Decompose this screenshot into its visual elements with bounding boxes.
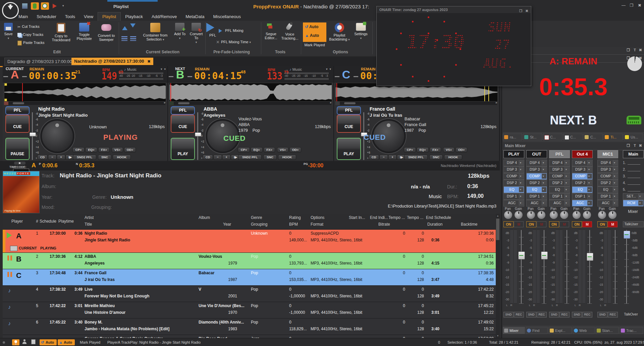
tab-cards-1[interactable]: C... xyxy=(543,133,562,140)
settings-button[interactable]: Settings▾ xyxy=(352,22,370,40)
snd2pfl-button[interactable]: SND2 PFL xyxy=(404,155,428,160)
dsp4-button[interactable]: DSP 4 xyxy=(572,160,593,166)
minus-button[interactable]: − xyxy=(48,155,57,160)
col-startin[interactable]: Start In... xyxy=(349,215,365,220)
channel-on-button[interactable]: ON xyxy=(526,221,536,227)
dropdown-icon[interactable] xyxy=(565,174,569,179)
eq-button[interactable]: EQ» xyxy=(251,147,263,153)
tab-playlist[interactable]: Playlist xyxy=(98,12,121,21)
dsp4-button[interactable]: DSP 4 xyxy=(526,160,547,166)
cd-button[interactable]: CD xyxy=(203,155,213,160)
dropdown-icon[interactable] xyxy=(519,194,524,199)
col-rating[interactable]: Rating xyxy=(289,215,301,220)
channel-on-button[interactable]: ON xyxy=(503,221,514,227)
toggle-playstate-button[interactable]: Toggle Playstate xyxy=(74,22,94,41)
table-row[interactable]: ♪ 4 17:38:32 3:49 Live Forever May Not B… xyxy=(3,286,496,302)
talkuser-button[interactable]: TalkUser xyxy=(623,221,644,227)
cp-button[interactable]: CP» xyxy=(238,147,250,153)
pan-knob[interactable] xyxy=(527,211,535,219)
channel-header[interactable]: PFL xyxy=(549,150,570,158)
move-up-button[interactable] xyxy=(122,23,127,31)
waveform-scrollbar[interactable] xyxy=(4,102,165,105)
dropdown-icon[interactable] xyxy=(587,160,592,165)
tab-metadata[interactable]: MetaData xyxy=(181,12,209,21)
eq-button[interactable]: EQ xyxy=(597,186,618,193)
caret-icon[interactable]: ▾ xyxy=(161,67,162,71)
dsp1-button[interactable]: DSP 1 xyxy=(526,193,547,200)
remove-list-button[interactable] xyxy=(121,36,127,42)
table-row[interactable]: C 3 17:34:48 3:44 France Gall J irai Où … xyxy=(3,269,496,286)
segue-editor-button[interactable]: Segue Editor... xyxy=(262,22,280,40)
dropdown-icon[interactable] xyxy=(613,174,618,179)
scroll-thumb[interactable] xyxy=(178,102,190,104)
pfl-button[interactable]: PFL xyxy=(171,106,195,115)
pan-knob[interactable] xyxy=(504,211,512,219)
caret-icon[interactable]: ▾ xyxy=(326,67,328,71)
dropdown-icon[interactable] xyxy=(542,187,546,192)
auto-segue-button[interactable]: ↺ Auto xyxy=(305,24,318,29)
comp-button[interactable]: COMP xyxy=(526,173,547,180)
playlist-backtiming-button[interactable]: Playlist Backtiming ▾ xyxy=(329,22,350,41)
dsp3-button[interactable]: DSP 3 xyxy=(503,166,524,173)
dropdown-icon[interactable] xyxy=(542,174,546,179)
voice-tracking-button[interactable]: Voice Tracking... xyxy=(281,22,299,40)
dropdown-icon[interactable] xyxy=(565,167,569,172)
table-row[interactable]: B 2 17:30:36 4:12 ABBA Angeleyes Voulez-… xyxy=(3,253,496,269)
save-button[interactable]: Save▾ xyxy=(2,22,15,40)
close-icon[interactable]: ✖ xyxy=(526,8,528,14)
container-from-selection-button[interactable]: Container from Selection ▾ xyxy=(140,22,170,41)
dropdown-icon[interactable] xyxy=(565,180,569,185)
comp-button[interactable]: COMP xyxy=(597,173,618,180)
dropdown-icon[interactable] xyxy=(519,200,524,206)
rec-button[interactable]: REC xyxy=(514,312,524,318)
tab-web[interactable]: Web xyxy=(573,327,595,334)
cd-button[interactable]: CD xyxy=(369,155,379,160)
mute-button[interactable]: M xyxy=(559,221,569,227)
maximize-button[interactable]: ❐ xyxy=(628,2,635,9)
tab-home[interactable]: C... xyxy=(583,133,603,140)
cue-button[interactable]: CUE xyxy=(337,115,361,133)
dropdown-icon[interactable] xyxy=(613,200,618,206)
play-button[interactable]: PLAY xyxy=(171,138,195,160)
eq-button[interactable]: EQ xyxy=(503,186,524,193)
dropdown-icon[interactable] xyxy=(587,180,592,185)
snd-button[interactable]: SND xyxy=(549,312,559,318)
reorder-list-button[interactable] xyxy=(130,36,136,42)
scroll-down-icon[interactable]: ▾ xyxy=(496,334,500,338)
col-year[interactable]: Year xyxy=(223,222,231,227)
plus-button[interactable]: + xyxy=(388,155,397,160)
col-duration[interactable]: Duration xyxy=(427,222,442,227)
scroll-thumb[interactable] xyxy=(13,102,24,104)
gain-knob[interactable] xyxy=(515,211,523,219)
quick-access-timer-icon[interactable] xyxy=(41,2,49,10)
waveform-display[interactable] xyxy=(4,83,166,102)
channel-on-button[interactable]: ON xyxy=(572,221,582,227)
channel-fader[interactable] xyxy=(565,230,569,304)
agc-button[interactable]: AGC xyxy=(526,200,547,207)
cd-button[interactable]: CD xyxy=(37,155,48,160)
dropdown-icon[interactable] xyxy=(638,194,643,199)
pan-knob[interactable] xyxy=(550,211,558,219)
cp-button[interactable]: CP» xyxy=(404,147,416,153)
fader-handle[interactable] xyxy=(624,231,630,239)
gain-knob[interactable] xyxy=(608,211,616,219)
channel-header[interactable]: Main xyxy=(623,150,644,158)
snd2pfl-button[interactable]: SND2 PFL xyxy=(238,155,262,160)
deck-volume-fader[interactable]: -8 -6 -4 -2 0 +2 +4 +6 +8 xyxy=(31,112,41,160)
tab-radio[interactable]: ra... xyxy=(503,133,522,140)
col-endind[interactable]: End Indi... xyxy=(370,215,388,220)
dropdown-icon[interactable] xyxy=(542,194,546,199)
rcm-button[interactable]: RCM xyxy=(623,200,644,207)
agc-button[interactable]: AGC xyxy=(597,200,618,207)
col-backtime[interactable]: Backtime xyxy=(461,222,477,227)
fader-handle[interactable] xyxy=(30,132,36,136)
convert-to-sweeper-button[interactable]: Convert to Sweeper xyxy=(96,22,117,42)
lamp-button[interactable] xyxy=(12,339,19,345)
main-slot-5[interactable]: 5. xyxy=(623,186,642,192)
tab-mixer[interactable]: Mixer xyxy=(503,327,525,334)
paste-tracks-button[interactable]: Paste Tracks xyxy=(17,39,45,46)
float-icon[interactable]: ❐ xyxy=(627,143,630,148)
cp-button[interactable]: CP» xyxy=(72,147,85,153)
playlist-tab-nachtradio[interactable]: Nachtradio @ 27/08/2023 17:30:00✖ xyxy=(71,58,153,65)
mute-button[interactable]: M xyxy=(537,221,546,227)
